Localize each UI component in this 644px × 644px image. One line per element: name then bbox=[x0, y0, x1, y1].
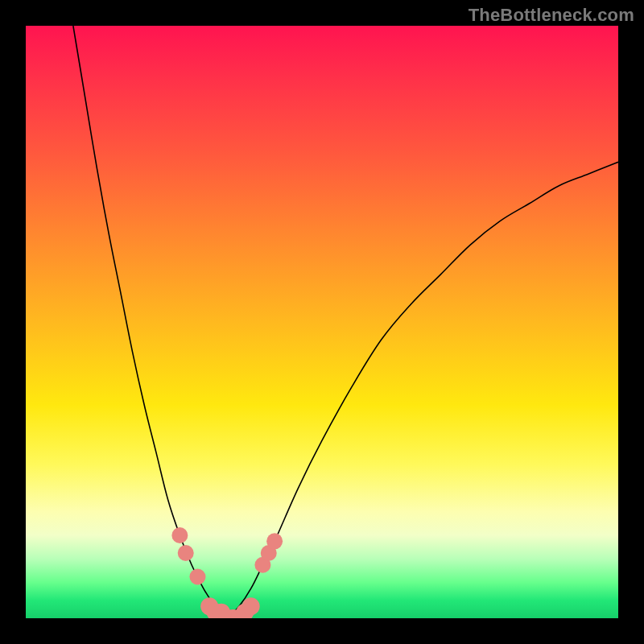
chart-svg bbox=[26, 26, 618, 618]
data-marker bbox=[171, 527, 188, 543]
right-curve bbox=[227, 162, 618, 618]
data-marker bbox=[266, 533, 283, 549]
data-marker bbox=[189, 568, 205, 584]
marker-group bbox=[171, 527, 283, 618]
left-curve bbox=[73, 26, 227, 618]
data-marker bbox=[242, 597, 260, 615]
data-marker bbox=[178, 545, 194, 561]
attribution-text: TheBottleneck.com bbox=[469, 5, 634, 26]
chart-plot-area bbox=[26, 26, 618, 618]
